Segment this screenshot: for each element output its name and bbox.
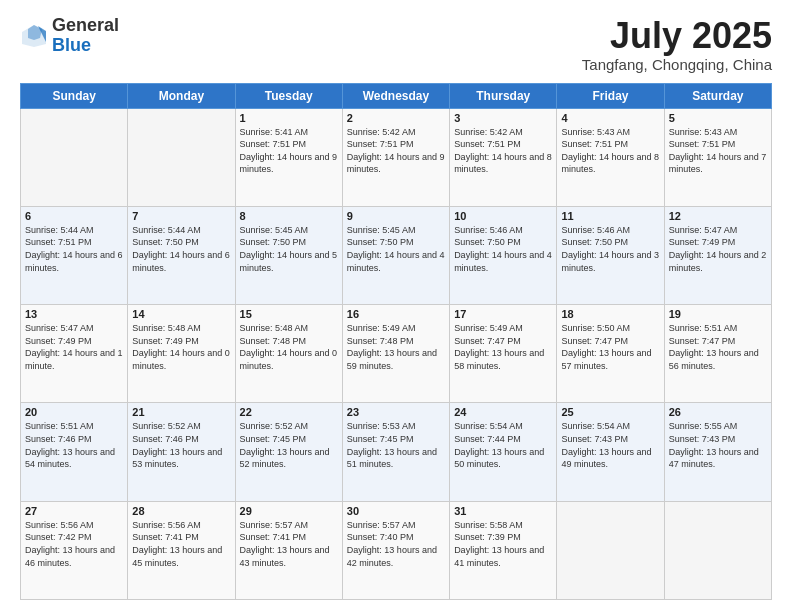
table-cell: 16Sunrise: 5:49 AM Sunset: 7:48 PM Dayli…	[342, 305, 449, 403]
day-number: 22	[240, 406, 338, 418]
day-number: 11	[561, 210, 659, 222]
col-thursday: Thursday	[450, 83, 557, 108]
day-info: Sunrise: 5:43 AM Sunset: 7:51 PM Dayligh…	[669, 126, 767, 176]
table-cell: 3Sunrise: 5:42 AM Sunset: 7:51 PM Daylig…	[450, 108, 557, 206]
day-number: 4	[561, 112, 659, 124]
col-saturday: Saturday	[664, 83, 771, 108]
table-cell: 4Sunrise: 5:43 AM Sunset: 7:51 PM Daylig…	[557, 108, 664, 206]
table-cell: 28Sunrise: 5:56 AM Sunset: 7:41 PM Dayli…	[128, 501, 235, 599]
table-cell: 30Sunrise: 5:57 AM Sunset: 7:40 PM Dayli…	[342, 501, 449, 599]
logo-text: General Blue	[52, 16, 119, 56]
table-cell: 13Sunrise: 5:47 AM Sunset: 7:49 PM Dayli…	[21, 305, 128, 403]
day-number: 29	[240, 505, 338, 517]
table-cell: 24Sunrise: 5:54 AM Sunset: 7:44 PM Dayli…	[450, 403, 557, 501]
table-cell	[664, 501, 771, 599]
day-info: Sunrise: 5:53 AM Sunset: 7:45 PM Dayligh…	[347, 420, 445, 470]
day-info: Sunrise: 5:57 AM Sunset: 7:40 PM Dayligh…	[347, 519, 445, 569]
table-cell: 23Sunrise: 5:53 AM Sunset: 7:45 PM Dayli…	[342, 403, 449, 501]
table-cell: 22Sunrise: 5:52 AM Sunset: 7:45 PM Dayli…	[235, 403, 342, 501]
day-number: 24	[454, 406, 552, 418]
day-number: 7	[132, 210, 230, 222]
page: General Blue July 2025 Tangfang, Chongqi…	[0, 0, 792, 612]
day-info: Sunrise: 5:58 AM Sunset: 7:39 PM Dayligh…	[454, 519, 552, 569]
day-info: Sunrise: 5:48 AM Sunset: 7:49 PM Dayligh…	[132, 322, 230, 372]
day-info: Sunrise: 5:52 AM Sunset: 7:46 PM Dayligh…	[132, 420, 230, 470]
table-cell: 5Sunrise: 5:43 AM Sunset: 7:51 PM Daylig…	[664, 108, 771, 206]
table-cell: 17Sunrise: 5:49 AM Sunset: 7:47 PM Dayli…	[450, 305, 557, 403]
day-number: 13	[25, 308, 123, 320]
day-number: 14	[132, 308, 230, 320]
day-info: Sunrise: 5:49 AM Sunset: 7:47 PM Dayligh…	[454, 322, 552, 372]
col-wednesday: Wednesday	[342, 83, 449, 108]
title-location: Tangfang, Chongqing, China	[582, 56, 772, 73]
day-info: Sunrise: 5:57 AM Sunset: 7:41 PM Dayligh…	[240, 519, 338, 569]
day-number: 19	[669, 308, 767, 320]
day-number: 23	[347, 406, 445, 418]
calendar-table: Sunday Monday Tuesday Wednesday Thursday…	[20, 83, 772, 600]
day-info: Sunrise: 5:46 AM Sunset: 7:50 PM Dayligh…	[561, 224, 659, 274]
week-row-1: 6Sunrise: 5:44 AM Sunset: 7:51 PM Daylig…	[21, 206, 772, 304]
table-cell: 21Sunrise: 5:52 AM Sunset: 7:46 PM Dayli…	[128, 403, 235, 501]
day-info: Sunrise: 5:56 AM Sunset: 7:41 PM Dayligh…	[132, 519, 230, 569]
day-number: 25	[561, 406, 659, 418]
day-number: 8	[240, 210, 338, 222]
day-info: Sunrise: 5:56 AM Sunset: 7:42 PM Dayligh…	[25, 519, 123, 569]
day-info: Sunrise: 5:43 AM Sunset: 7:51 PM Dayligh…	[561, 126, 659, 176]
table-cell	[21, 108, 128, 206]
logo: General Blue	[20, 16, 119, 56]
table-cell: 25Sunrise: 5:54 AM Sunset: 7:43 PM Dayli…	[557, 403, 664, 501]
day-info: Sunrise: 5:49 AM Sunset: 7:48 PM Dayligh…	[347, 322, 445, 372]
day-number: 20	[25, 406, 123, 418]
calendar-header-row: Sunday Monday Tuesday Wednesday Thursday…	[21, 83, 772, 108]
week-row-4: 27Sunrise: 5:56 AM Sunset: 7:42 PM Dayli…	[21, 501, 772, 599]
logo-blue: Blue	[52, 35, 91, 55]
day-number: 27	[25, 505, 123, 517]
day-number: 28	[132, 505, 230, 517]
table-cell	[128, 108, 235, 206]
day-number: 30	[347, 505, 445, 517]
table-cell: 19Sunrise: 5:51 AM Sunset: 7:47 PM Dayli…	[664, 305, 771, 403]
day-info: Sunrise: 5:47 AM Sunset: 7:49 PM Dayligh…	[669, 224, 767, 274]
day-info: Sunrise: 5:41 AM Sunset: 7:51 PM Dayligh…	[240, 126, 338, 176]
day-number: 5	[669, 112, 767, 124]
day-info: Sunrise: 5:54 AM Sunset: 7:44 PM Dayligh…	[454, 420, 552, 470]
week-row-0: 1Sunrise: 5:41 AM Sunset: 7:51 PM Daylig…	[21, 108, 772, 206]
day-info: Sunrise: 5:50 AM Sunset: 7:47 PM Dayligh…	[561, 322, 659, 372]
day-number: 15	[240, 308, 338, 320]
week-row-2: 13Sunrise: 5:47 AM Sunset: 7:49 PM Dayli…	[21, 305, 772, 403]
table-cell: 2Sunrise: 5:42 AM Sunset: 7:51 PM Daylig…	[342, 108, 449, 206]
table-cell: 18Sunrise: 5:50 AM Sunset: 7:47 PM Dayli…	[557, 305, 664, 403]
day-info: Sunrise: 5:45 AM Sunset: 7:50 PM Dayligh…	[240, 224, 338, 274]
day-number: 31	[454, 505, 552, 517]
table-cell: 6Sunrise: 5:44 AM Sunset: 7:51 PM Daylig…	[21, 206, 128, 304]
day-number: 2	[347, 112, 445, 124]
table-cell	[557, 501, 664, 599]
day-info: Sunrise: 5:47 AM Sunset: 7:49 PM Dayligh…	[25, 322, 123, 372]
col-monday: Monday	[128, 83, 235, 108]
week-row-3: 20Sunrise: 5:51 AM Sunset: 7:46 PM Dayli…	[21, 403, 772, 501]
table-cell: 9Sunrise: 5:45 AM Sunset: 7:50 PM Daylig…	[342, 206, 449, 304]
table-cell: 11Sunrise: 5:46 AM Sunset: 7:50 PM Dayli…	[557, 206, 664, 304]
table-cell: 15Sunrise: 5:48 AM Sunset: 7:48 PM Dayli…	[235, 305, 342, 403]
table-cell: 20Sunrise: 5:51 AM Sunset: 7:46 PM Dayli…	[21, 403, 128, 501]
day-info: Sunrise: 5:52 AM Sunset: 7:45 PM Dayligh…	[240, 420, 338, 470]
day-number: 12	[669, 210, 767, 222]
day-info: Sunrise: 5:42 AM Sunset: 7:51 PM Dayligh…	[347, 126, 445, 176]
table-cell: 27Sunrise: 5:56 AM Sunset: 7:42 PM Dayli…	[21, 501, 128, 599]
day-info: Sunrise: 5:45 AM Sunset: 7:50 PM Dayligh…	[347, 224, 445, 274]
day-info: Sunrise: 5:51 AM Sunset: 7:46 PM Dayligh…	[25, 420, 123, 470]
logo-icon	[20, 22, 48, 50]
day-number: 18	[561, 308, 659, 320]
table-cell: 31Sunrise: 5:58 AM Sunset: 7:39 PM Dayli…	[450, 501, 557, 599]
day-info: Sunrise: 5:51 AM Sunset: 7:47 PM Dayligh…	[669, 322, 767, 372]
day-info: Sunrise: 5:48 AM Sunset: 7:48 PM Dayligh…	[240, 322, 338, 372]
table-cell: 26Sunrise: 5:55 AM Sunset: 7:43 PM Dayli…	[664, 403, 771, 501]
day-number: 16	[347, 308, 445, 320]
table-cell: 14Sunrise: 5:48 AM Sunset: 7:49 PM Dayli…	[128, 305, 235, 403]
day-number: 21	[132, 406, 230, 418]
day-info: Sunrise: 5:44 AM Sunset: 7:51 PM Dayligh…	[25, 224, 123, 274]
day-number: 26	[669, 406, 767, 418]
day-number: 17	[454, 308, 552, 320]
logo-general: General	[52, 15, 119, 35]
day-info: Sunrise: 5:55 AM Sunset: 7:43 PM Dayligh…	[669, 420, 767, 470]
